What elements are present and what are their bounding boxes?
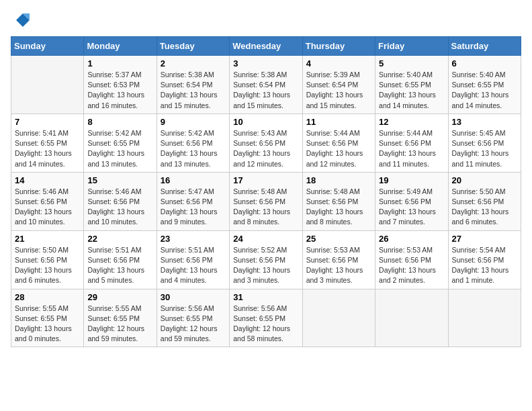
calendar-cell: 25Sunrise: 5:53 AM Sunset: 6:56 PM Dayli… bbox=[302, 230, 375, 289]
calendar-cell: 3Sunrise: 5:38 AM Sunset: 6:54 PM Daylig… bbox=[230, 56, 302, 114]
day-info: Sunrise: 5:46 AM Sunset: 6:56 PM Dayligh… bbox=[87, 187, 152, 228]
day-number: 14 bbox=[15, 175, 80, 185]
day-info: Sunrise: 5:44 AM Sunset: 6:56 PM Dayligh… bbox=[379, 128, 444, 169]
day-number: 6 bbox=[452, 58, 517, 68]
weekday-header: Thursday bbox=[302, 37, 375, 56]
day-number: 18 bbox=[306, 175, 371, 185]
day-info: Sunrise: 5:38 AM Sunset: 6:54 PM Dayligh… bbox=[161, 70, 226, 111]
calendar-cell: 24Sunrise: 5:52 AM Sunset: 6:56 PM Dayli… bbox=[230, 230, 302, 289]
calendar-cell: 17Sunrise: 5:48 AM Sunset: 6:56 PM Dayli… bbox=[230, 172, 302, 230]
day-number: 1 bbox=[87, 58, 152, 68]
logo-icon bbox=[11, 11, 30, 30]
day-info: Sunrise: 5:51 AM Sunset: 6:56 PM Dayligh… bbox=[87, 245, 152, 286]
weekday-header: Monday bbox=[84, 37, 157, 56]
day-info: Sunrise: 5:53 AM Sunset: 6:56 PM Dayligh… bbox=[306, 245, 371, 286]
calendar-cell: 18Sunrise: 5:48 AM Sunset: 6:56 PM Dayli… bbox=[302, 172, 375, 230]
day-info: Sunrise: 5:54 AM Sunset: 6:56 PM Dayligh… bbox=[452, 245, 517, 286]
day-number: 15 bbox=[87, 175, 152, 185]
day-number: 7 bbox=[15, 117, 80, 127]
day-number: 4 bbox=[306, 58, 371, 68]
day-number: 10 bbox=[233, 117, 298, 127]
day-number: 30 bbox=[161, 292, 226, 302]
day-number: 17 bbox=[233, 175, 298, 185]
calendar-cell: 22Sunrise: 5:51 AM Sunset: 6:56 PM Dayli… bbox=[84, 230, 157, 289]
day-number: 26 bbox=[379, 234, 444, 244]
day-number: 2 bbox=[161, 58, 226, 68]
calendar-cell bbox=[302, 289, 375, 347]
calendar-cell bbox=[448, 289, 521, 347]
calendar-cell: 6Sunrise: 5:40 AM Sunset: 6:55 PM Daylig… bbox=[448, 56, 521, 114]
day-info: Sunrise: 5:50 AM Sunset: 6:56 PM Dayligh… bbox=[15, 245, 80, 286]
day-number: 20 bbox=[452, 175, 517, 185]
day-number: 28 bbox=[15, 292, 80, 302]
day-number: 3 bbox=[233, 58, 298, 68]
calendar-week-row: 1Sunrise: 5:37 AM Sunset: 6:53 PM Daylig… bbox=[11, 56, 521, 114]
calendar-cell: 10Sunrise: 5:43 AM Sunset: 6:56 PM Dayli… bbox=[230, 113, 302, 172]
day-info: Sunrise: 5:45 AM Sunset: 6:56 PM Dayligh… bbox=[452, 128, 517, 169]
logo bbox=[11, 11, 32, 30]
day-info: Sunrise: 5:42 AM Sunset: 6:55 PM Dayligh… bbox=[87, 128, 152, 169]
calendar-cell: 19Sunrise: 5:49 AM Sunset: 6:56 PM Dayli… bbox=[375, 172, 448, 230]
day-number: 22 bbox=[87, 234, 152, 244]
calendar-table: SundayMondayTuesdayWednesdayThursdayFrid… bbox=[11, 36, 521, 347]
weekday-header: Tuesday bbox=[157, 37, 229, 56]
calendar-cell bbox=[11, 56, 84, 114]
calendar-cell: 11Sunrise: 5:44 AM Sunset: 6:56 PM Dayli… bbox=[302, 113, 375, 172]
day-number: 11 bbox=[306, 117, 371, 127]
day-number: 25 bbox=[306, 234, 371, 244]
day-info: Sunrise: 5:44 AM Sunset: 6:56 PM Dayligh… bbox=[306, 128, 371, 169]
calendar-cell bbox=[375, 289, 448, 347]
day-info: Sunrise: 5:51 AM Sunset: 6:56 PM Dayligh… bbox=[161, 245, 226, 286]
calendar-cell: 30Sunrise: 5:56 AM Sunset: 6:55 PM Dayli… bbox=[157, 289, 229, 347]
calendar-cell: 29Sunrise: 5:55 AM Sunset: 6:55 PM Dayli… bbox=[84, 289, 157, 347]
day-number: 5 bbox=[379, 58, 444, 68]
weekday-header: Friday bbox=[375, 37, 448, 56]
day-number: 13 bbox=[452, 117, 517, 127]
day-info: Sunrise: 5:37 AM Sunset: 6:53 PM Dayligh… bbox=[87, 70, 152, 111]
weekday-header: Wednesday bbox=[230, 37, 302, 56]
calendar-cell: 27Sunrise: 5:54 AM Sunset: 6:56 PM Dayli… bbox=[448, 230, 521, 289]
day-number: 9 bbox=[161, 117, 226, 127]
day-number: 31 bbox=[233, 292, 298, 302]
day-info: Sunrise: 5:49 AM Sunset: 6:56 PM Dayligh… bbox=[379, 187, 444, 228]
day-info: Sunrise: 5:43 AM Sunset: 6:56 PM Dayligh… bbox=[233, 128, 298, 169]
weekday-header: Saturday bbox=[448, 37, 521, 56]
calendar-week-row: 7Sunrise: 5:41 AM Sunset: 6:55 PM Daylig… bbox=[11, 113, 521, 172]
calendar-cell: 12Sunrise: 5:44 AM Sunset: 6:56 PM Dayli… bbox=[375, 113, 448, 172]
day-number: 23 bbox=[161, 234, 226, 244]
day-info: Sunrise: 5:55 AM Sunset: 6:55 PM Dayligh… bbox=[87, 304, 152, 345]
calendar-cell: 5Sunrise: 5:40 AM Sunset: 6:55 PM Daylig… bbox=[375, 56, 448, 114]
calendar-cell: 14Sunrise: 5:46 AM Sunset: 6:56 PM Dayli… bbox=[11, 172, 84, 230]
day-info: Sunrise: 5:56 AM Sunset: 6:55 PM Dayligh… bbox=[161, 304, 226, 345]
day-info: Sunrise: 5:38 AM Sunset: 6:54 PM Dayligh… bbox=[233, 70, 298, 111]
day-info: Sunrise: 5:55 AM Sunset: 6:55 PM Dayligh… bbox=[15, 304, 80, 345]
calendar-cell: 21Sunrise: 5:50 AM Sunset: 6:56 PM Dayli… bbox=[11, 230, 84, 289]
calendar-cell: 23Sunrise: 5:51 AM Sunset: 6:56 PM Dayli… bbox=[157, 230, 229, 289]
weekday-header-row: SundayMondayTuesdayWednesdayThursdayFrid… bbox=[11, 37, 521, 56]
day-number: 21 bbox=[15, 234, 80, 244]
calendar-cell: 15Sunrise: 5:46 AM Sunset: 6:56 PM Dayli… bbox=[84, 172, 157, 230]
calendar-cell: 7Sunrise: 5:41 AM Sunset: 6:55 PM Daylig… bbox=[11, 113, 84, 172]
day-info: Sunrise: 5:52 AM Sunset: 6:56 PM Dayligh… bbox=[233, 245, 298, 286]
day-info: Sunrise: 5:50 AM Sunset: 6:56 PM Dayligh… bbox=[452, 187, 517, 228]
day-info: Sunrise: 5:42 AM Sunset: 6:56 PM Dayligh… bbox=[161, 128, 226, 169]
calendar-cell: 26Sunrise: 5:53 AM Sunset: 6:56 PM Dayli… bbox=[375, 230, 448, 289]
calendar-week-row: 28Sunrise: 5:55 AM Sunset: 6:55 PM Dayli… bbox=[11, 289, 521, 347]
day-number: 27 bbox=[452, 234, 517, 244]
day-info: Sunrise: 5:39 AM Sunset: 6:54 PM Dayligh… bbox=[306, 70, 371, 111]
day-info: Sunrise: 5:53 AM Sunset: 6:56 PM Dayligh… bbox=[379, 245, 444, 286]
day-info: Sunrise: 5:46 AM Sunset: 6:56 PM Dayligh… bbox=[15, 187, 80, 228]
day-number: 29 bbox=[87, 292, 152, 302]
weekday-header: Sunday bbox=[11, 37, 84, 56]
day-info: Sunrise: 5:41 AM Sunset: 6:55 PM Dayligh… bbox=[15, 128, 80, 169]
calendar-week-row: 14Sunrise: 5:46 AM Sunset: 6:56 PM Dayli… bbox=[11, 172, 521, 230]
calendar-cell: 1Sunrise: 5:37 AM Sunset: 6:53 PM Daylig… bbox=[84, 56, 157, 114]
day-info: Sunrise: 5:40 AM Sunset: 6:55 PM Dayligh… bbox=[452, 70, 517, 111]
calendar-cell: 4Sunrise: 5:39 AM Sunset: 6:54 PM Daylig… bbox=[302, 56, 375, 114]
calendar-cell: 13Sunrise: 5:45 AM Sunset: 6:56 PM Dayli… bbox=[448, 113, 521, 172]
day-info: Sunrise: 5:48 AM Sunset: 6:56 PM Dayligh… bbox=[233, 187, 298, 228]
day-number: 8 bbox=[87, 117, 152, 127]
day-info: Sunrise: 5:48 AM Sunset: 6:56 PM Dayligh… bbox=[306, 187, 371, 228]
calendar-cell: 20Sunrise: 5:50 AM Sunset: 6:56 PM Dayli… bbox=[448, 172, 521, 230]
day-number: 12 bbox=[379, 117, 444, 127]
